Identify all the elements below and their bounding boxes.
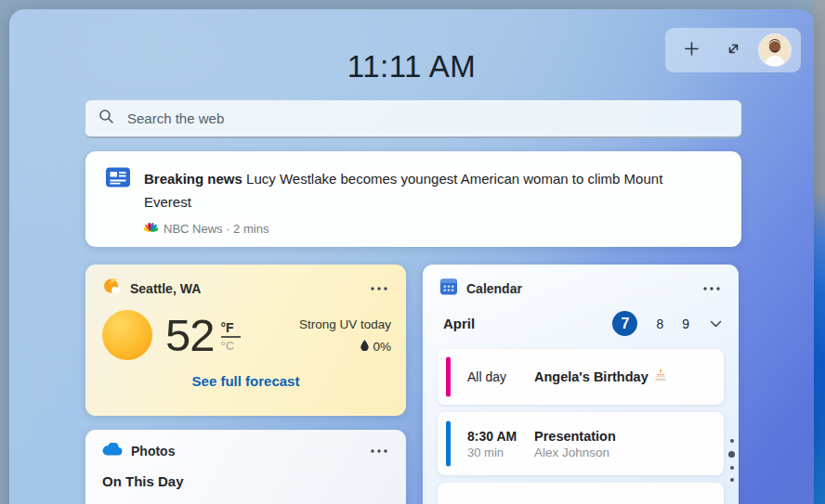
news-attribution-row: NBC News · 2 mins (144, 221, 723, 236)
photos-more-button[interactable] (367, 443, 391, 459)
clock: 11:11 AM (9, 49, 814, 84)
event-time: All day (467, 369, 534, 384)
day-7-selected[interactable]: 7 (612, 311, 637, 336)
search-bar[interactable] (85, 100, 741, 138)
scroll-dot (730, 466, 734, 470)
news-badge: Breaking news (144, 171, 242, 187)
photos-widget[interactable]: Photos On This Day (85, 430, 406, 504)
scroll-dot-active (728, 451, 735, 458)
photos-title: Photos (131, 444, 359, 459)
news-headline: Breaking news Lucy Westlake becomes youn… (144, 167, 674, 213)
uv-note: Strong UV today (299, 317, 391, 331)
event-accent-bar (446, 421, 451, 467)
news-card[interactable]: Breaking news Lucy Westlake becomes youn… (85, 151, 741, 247)
event-scroll-indicator[interactable] (728, 439, 735, 482)
event-duration: 30 min (467, 446, 534, 459)
event-accent-bar (446, 356, 451, 396)
day-8[interactable]: 8 (656, 317, 663, 331)
temperature-unit-toggle[interactable]: °F °C (221, 320, 241, 353)
event-list: All day Angela's Birthday 8 (423, 338, 739, 504)
onedrive-cloud-icon (102, 443, 123, 459)
event-time: 8:30 AM (467, 429, 534, 444)
newspaper-icon (106, 167, 130, 213)
precipitation-value: 0% (373, 340, 391, 354)
chevron-down-icon[interactable] (708, 318, 724, 330)
weather-widget[interactable]: Seattle, WA 52 °F °C Strong UV today (85, 265, 406, 416)
unit-celsius[interactable]: °C (221, 339, 235, 353)
photos-section-title: On This Day (85, 459, 406, 489)
event-card-birthday[interactable]: All day Angela's Birthday (438, 349, 724, 405)
weather-location: Seattle, WA (130, 281, 359, 296)
birthday-cake-icon (654, 369, 667, 385)
search-icon (98, 109, 114, 128)
event-title: Angela's Birthday (534, 369, 648, 384)
unit-divider (221, 336, 241, 338)
unit-fahrenheit[interactable]: °F (221, 320, 234, 335)
day-selector: 7 8 9 (612, 311, 724, 336)
see-full-forecast-link[interactable]: See full forecast (85, 373, 406, 389)
nbc-peacock-icon (144, 221, 158, 236)
sun-with-cloud-icon (102, 278, 122, 300)
widgets-panel: 11:11 AM Breaking news Lucy Westlake bec… (9, 9, 814, 504)
sun-icon (102, 310, 152, 360)
desktop-wallpaper-edge (813, 0, 825, 504)
scroll-dot (730, 439, 734, 443)
weather-more-button[interactable] (367, 280, 391, 297)
event-title: Presentation (534, 429, 616, 444)
event-person: Alex Johnson (534, 446, 616, 459)
widgets-board: 11:11 AM Breaking news Lucy Westlake bec… (0, 0, 825, 504)
event-card-presentation[interactable]: 8:30 AM 30 min Presentation Alex Johnson (438, 412, 724, 475)
calendar-more-button[interactable] (700, 280, 724, 297)
search-input[interactable] (125, 110, 728, 127)
calendar-widget[interactable]: Calendar April 7 8 9 (423, 265, 739, 504)
temperature-value: 52 (165, 309, 215, 361)
scroll-dot (730, 478, 734, 482)
day-9[interactable]: 9 (682, 317, 689, 331)
water-drop-icon (360, 340, 369, 354)
event-card-partial[interactable] (438, 483, 724, 504)
news-attribution: NBC News · 2 mins (164, 222, 268, 236)
calendar-icon (439, 278, 458, 300)
calendar-month: April (443, 316, 612, 331)
calendar-title: Calendar (466, 281, 691, 296)
